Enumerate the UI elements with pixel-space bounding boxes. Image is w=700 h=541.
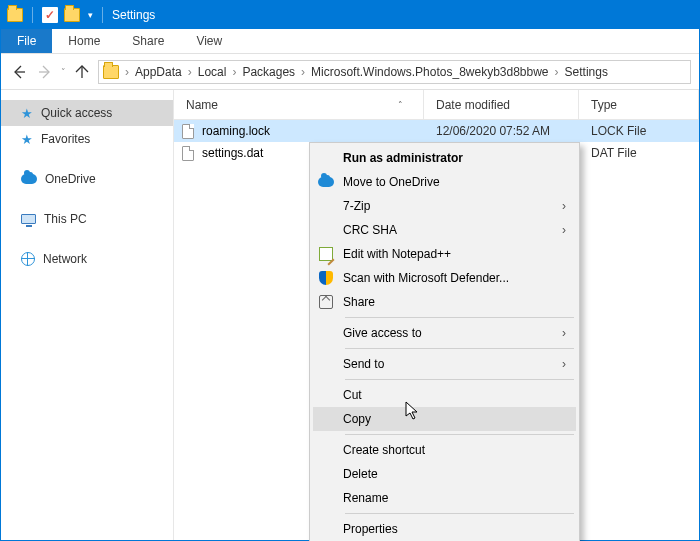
column-headers: Name ˄ Date modified Type	[174, 90, 699, 120]
column-header-date[interactable]: Date modified	[424, 90, 579, 119]
ctx-rename[interactable]: Rename	[313, 486, 576, 510]
chevron-right-icon: ›	[562, 326, 566, 340]
shield-icon	[319, 271, 333, 285]
arrow-up-icon	[74, 64, 90, 80]
ctx-7zip[interactable]: 7-Zip ›	[313, 194, 576, 218]
up-button[interactable]	[72, 62, 92, 82]
folder-icon	[103, 65, 119, 79]
ctx-crc-sha[interactable]: CRC SHA ›	[313, 218, 576, 242]
breadcrumb-item[interactable]: Microsoft.Windows.Photos_8wekyb3d8bbwe	[307, 65, 552, 79]
file-row[interactable]: roaming.lock 12/06/2020 07:52 AM LOCK Fi…	[174, 120, 699, 142]
quick-access-toolbar: ✓ ▾	[1, 7, 106, 23]
address-bar[interactable]: › AppData › Local › Packages › Microsoft…	[98, 60, 691, 84]
title-bar: ✓ ▾ Settings	[1, 1, 699, 29]
breadcrumb-item[interactable]: Local	[194, 65, 231, 79]
breadcrumb-item[interactable]: AppData	[131, 65, 186, 79]
properties-icon[interactable]: ✓	[42, 7, 58, 23]
ctx-give-access-to[interactable]: Give access to ›	[313, 321, 576, 345]
ctx-send-to[interactable]: Send to ›	[313, 352, 576, 376]
file-date: 12/06/2020 07:52 AM	[424, 124, 579, 138]
chevron-right-icon[interactable]: ›	[123, 65, 131, 79]
file-name: roaming.lock	[202, 124, 424, 138]
back-button[interactable]	[9, 62, 29, 82]
ctx-create-shortcut[interactable]: Create shortcut	[313, 438, 576, 462]
file-tab[interactable]: File	[1, 29, 52, 53]
ctx-move-to-onedrive[interactable]: Move to OneDrive	[313, 170, 576, 194]
column-header-type[interactable]: Type	[579, 90, 699, 119]
chevron-right-icon[interactable]: ›	[299, 65, 307, 79]
chevron-right-icon[interactable]: ›	[230, 65, 238, 79]
breadcrumb-item[interactable]: Settings	[561, 65, 612, 79]
new-folder-icon[interactable]	[64, 8, 80, 22]
sidebar-item-favorites[interactable]: ★ Favorites	[1, 126, 173, 152]
network-icon	[21, 252, 35, 266]
sidebar-item-label: Network	[43, 252, 87, 266]
sidebar-item-label: Quick access	[41, 106, 112, 120]
cloud-icon	[318, 177, 334, 187]
chevron-right-icon[interactable]: ›	[186, 65, 194, 79]
forward-button[interactable]	[35, 62, 55, 82]
file-icon	[182, 146, 194, 161]
ctx-delete[interactable]: Delete	[313, 462, 576, 486]
ctx-cut[interactable]: Cut	[313, 383, 576, 407]
folder-icon[interactable]	[7, 8, 23, 22]
arrow-right-icon	[37, 64, 53, 80]
navigation-pane: ★ Quick access ★ Favorites OneDrive This…	[1, 90, 174, 540]
star-icon: ★	[21, 132, 33, 147]
file-type: DAT File	[579, 146, 699, 160]
separator	[345, 348, 574, 349]
separator	[345, 317, 574, 318]
chevron-right-icon: ›	[562, 223, 566, 237]
chevron-right-icon[interactable]: ›	[553, 65, 561, 79]
tab-share[interactable]: Share	[116, 29, 180, 53]
cloud-icon	[21, 174, 37, 184]
context-menu: Run as administrator Move to OneDrive 7-…	[309, 142, 580, 541]
ribbon-tabs: File Home Share View	[1, 29, 699, 54]
notepad-icon	[319, 247, 333, 261]
separator	[345, 513, 574, 514]
share-icon	[319, 295, 333, 309]
sidebar-item-label: OneDrive	[45, 172, 96, 186]
column-header-name[interactable]: Name ˄	[174, 90, 424, 119]
file-type: LOCK File	[579, 124, 699, 138]
sidebar-item-quick-access[interactable]: ★ Quick access	[1, 100, 173, 126]
tab-view[interactable]: View	[180, 29, 238, 53]
chevron-right-icon: ›	[562, 199, 566, 213]
ctx-copy[interactable]: Copy	[313, 407, 576, 431]
sidebar-item-this-pc[interactable]: This PC	[1, 206, 173, 232]
star-icon: ★	[21, 106, 33, 121]
arrow-left-icon	[11, 64, 27, 80]
ctx-scan-defender[interactable]: Scan with Microsoft Defender...	[313, 266, 576, 290]
ctx-run-as-administrator[interactable]: Run as administrator	[313, 146, 576, 170]
navigation-bar: ˅ › AppData › Local › Packages › Microso…	[1, 54, 699, 90]
sort-asc-icon: ˄	[398, 100, 403, 110]
history-dropdown-icon[interactable]: ˅	[61, 67, 66, 77]
file-icon	[182, 124, 194, 139]
sidebar-item-onedrive[interactable]: OneDrive	[1, 166, 173, 192]
sidebar-item-label: Favorites	[41, 132, 90, 146]
ctx-properties[interactable]: Properties	[313, 517, 576, 541]
separator	[32, 7, 33, 23]
ctx-edit-notepadpp[interactable]: Edit with Notepad++	[313, 242, 576, 266]
tab-home[interactable]: Home	[52, 29, 116, 53]
separator	[345, 379, 574, 380]
chevron-right-icon: ›	[562, 357, 566, 371]
computer-icon	[21, 214, 36, 224]
breadcrumb-item[interactable]: Packages	[238, 65, 299, 79]
separator	[102, 7, 103, 23]
sidebar-item-label: This PC	[44, 212, 87, 226]
sidebar-item-network[interactable]: Network	[1, 246, 173, 272]
separator	[345, 434, 574, 435]
window-title: Settings	[112, 8, 155, 22]
ctx-share[interactable]: Share	[313, 290, 576, 314]
qat-dropdown-icon[interactable]: ▾	[88, 10, 93, 20]
